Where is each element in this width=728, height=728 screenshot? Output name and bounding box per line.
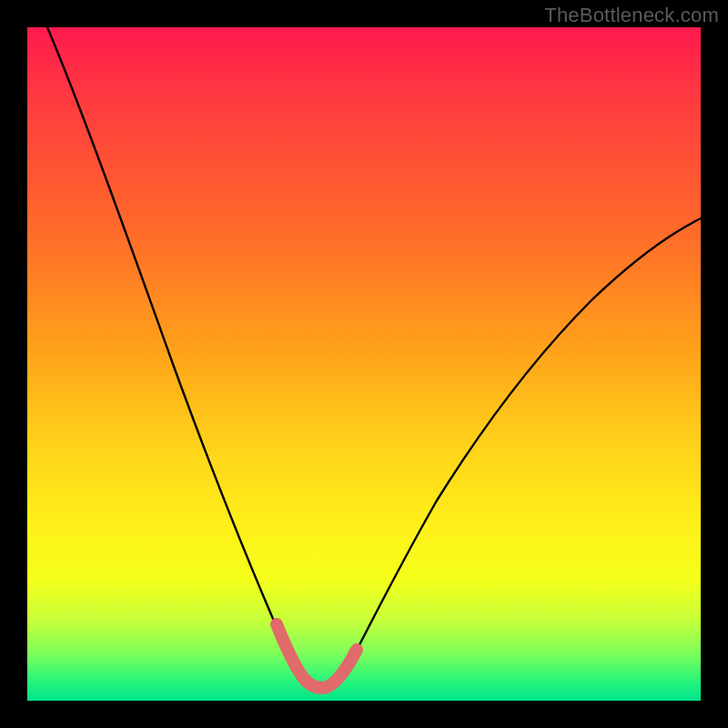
chart-frame: TheBottleneck.com [0, 0, 728, 728]
plot-area [27, 27, 701, 701]
bottleneck-curve [47, 27, 701, 688]
highlight-band [277, 624, 357, 688]
curve-layer [27, 27, 701, 701]
watermark-text: TheBottleneck.com [544, 4, 719, 27]
